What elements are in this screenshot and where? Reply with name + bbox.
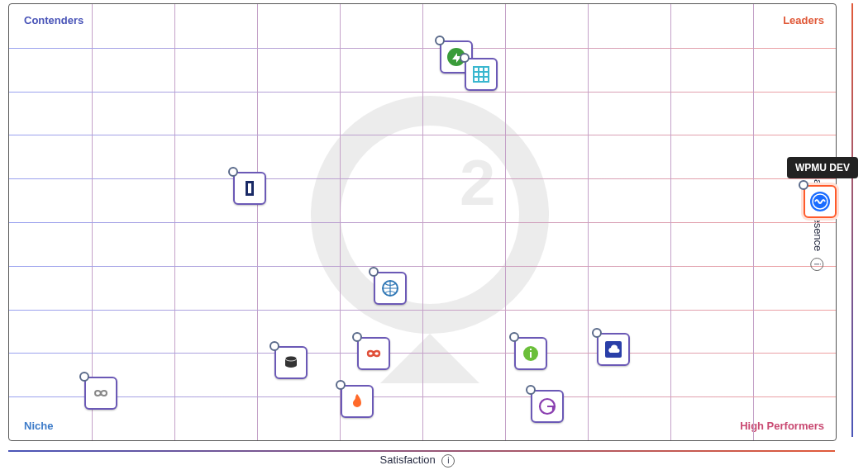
svg-rect-5 [475, 68, 478, 71]
svg-rect-12 [479, 78, 483, 81]
chip-blogvault[interactable] [597, 333, 630, 366]
tooltip: WPMU DEV [787, 157, 858, 178]
x-axis: Satisfaction i [0, 453, 835, 468]
svg-rect-10 [484, 73, 488, 76]
quadrant-label-contenders: Contenders [24, 14, 83, 26]
chip-sucuri[interactable] [465, 58, 498, 91]
quadrant-label-leaders: Leaders [783, 14, 824, 26]
y-axis: Market Presence i [851, 3, 866, 437]
svg-rect-15 [248, 183, 251, 193]
chip-gravity[interactable] [531, 390, 564, 423]
svg-rect-6 [479, 68, 483, 71]
svg-rect-7 [484, 68, 488, 71]
chip-infinitewp[interactable] [84, 377, 117, 410]
svg-rect-9 [479, 73, 483, 76]
quadrant-grid: Contenders Leaders Niche High Performers [8, 3, 837, 441]
info-icon[interactable]: i [441, 454, 455, 468]
info-icon[interactable]: i [811, 257, 824, 270]
chip-ithemes[interactable] [233, 172, 266, 205]
x-axis-label: Satisfaction [380, 453, 436, 466]
chip-managewp[interactable] [374, 272, 407, 305]
svg-rect-22 [530, 352, 532, 358]
svg-rect-8 [475, 73, 478, 76]
svg-rect-13 [484, 78, 488, 81]
chip-instawp[interactable] [514, 337, 547, 370]
chip-wpmu-dev[interactable] [804, 185, 837, 218]
grid-chart: 2 Contenders Leaders Niche High Performe… [0, 0, 868, 470]
svg-rect-23 [530, 349, 532, 350]
svg-rect-11 [475, 78, 478, 81]
chip-updraftplus[interactable] [274, 346, 308, 379]
chip-wp-rocket[interactable] [341, 385, 374, 418]
quadrant-label-niche: Niche [24, 420, 53, 432]
chip-wp-reset[interactable] [357, 337, 390, 370]
